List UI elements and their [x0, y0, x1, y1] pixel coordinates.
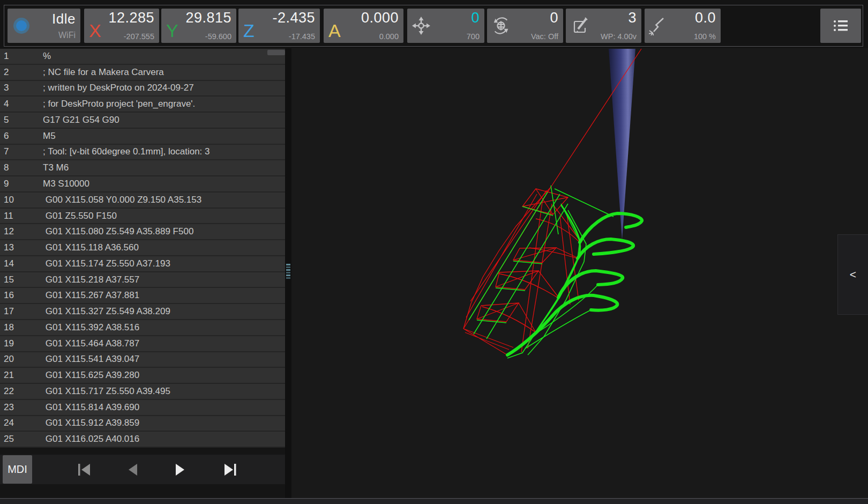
x-axis-value: 12.285	[108, 10, 154, 26]
gcode-line-text: G17 G21 G54 G90	[43, 115, 119, 125]
gcode-line-number: 11	[0, 211, 43, 221]
gcode-row[interactable]: 7; Tool: [v-bit 60degree 0.1mm], locatio…	[0, 145, 285, 161]
a-axis-letter: A	[328, 21, 341, 40]
gcode-row[interactable]: 14 G01 X115.174 Z5.550 A37.193	[0, 256, 285, 272]
right-panel-collapse-tab[interactable]: <	[837, 234, 868, 315]
gcode-line-text: M3 S10000	[43, 179, 89, 189]
mdi-button[interactable]: MDI	[3, 455, 32, 484]
transport-bar: MDI	[0, 455, 285, 484]
gcode-line-text: ; NC file for a Makera Carvera	[43, 67, 164, 78]
x-axis-dro[interactable]: X 12.285 -207.555	[84, 9, 159, 43]
gcode-line-text: ; for DeskProto project 'pen_engrave'.	[43, 99, 195, 109]
gcode-line-number: 6	[0, 131, 43, 142]
gcode-row[interactable]: 2; NC file for a Makera Carvera	[0, 65, 285, 81]
gcode-line-number: 25	[0, 434, 43, 444]
tool-cone	[609, 49, 635, 240]
gcode-scrollbar-thumb[interactable]	[267, 50, 285, 55]
status-toolbar: Idle WiFi X 12.285 -207.555 Y 29.815 -59…	[0, 0, 868, 48]
gcode-row[interactable]: 8T3 M6	[0, 160, 285, 176]
gcode-row[interactable]: 19 G01 X115.464 A38.787	[0, 336, 285, 352]
gcode-row[interactable]: 16 G01 X115.267 A37.881	[0, 288, 285, 304]
carvera-controller-app: Idle WiFi X 12.285 -207.555 Y 29.815 -59…	[0, 0, 868, 504]
gcode-line-text: G01 X115.717 Z5.550 A39.495	[43, 386, 170, 397]
jog-move-icon	[411, 16, 431, 35]
a-axis-dro[interactable]: A 0.000 0.000	[324, 9, 403, 43]
gcode-row[interactable]: 15 G01 X115.218 A37.557	[0, 272, 285, 288]
gcode-line-number: 10	[0, 195, 43, 205]
gcode-line-number: 4	[0, 99, 43, 109]
gcode-row[interactable]: 6M5	[0, 129, 285, 145]
gcode-line-text: %	[43, 51, 51, 62]
y-axis-machine-value: -59.600	[205, 32, 231, 41]
gcode-row[interactable]: 5G17 G21 G54 G90	[0, 113, 285, 129]
gcode-row[interactable]: 1%	[0, 49, 285, 65]
gcode-row[interactable]: 21 G01 X115.625 A39.280	[0, 368, 285, 384]
gcode-line-text: G01 X115.080 Z5.549 A35.889 F500	[43, 226, 193, 237]
gcode-line-number: 23	[0, 402, 43, 413]
spindle-value: 0	[550, 10, 558, 26]
tool-number-value: 3	[628, 10, 637, 26]
toolpath-3d-viewport[interactable]: <	[291, 48, 868, 498]
gcode-line-text: G01 X115.814 A39.690	[43, 402, 139, 413]
laser-icon	[649, 16, 668, 35]
gcode-row[interactable]: 24 G01 X115.912 A39.859	[0, 416, 285, 432]
connection-status-icon	[12, 16, 31, 35]
spindle-vacuum-box[interactable]: 0 Vac: Off	[487, 9, 563, 43]
gcode-row[interactable]: 12 G01 X115.080 Z5.549 A35.889 F500	[0, 224, 285, 240]
gcode-line-number: 8	[0, 162, 43, 173]
skip-to-end-button[interactable]	[219, 461, 241, 479]
spindle-vacuum-icon	[491, 16, 511, 35]
gcode-list: 1%2; NC file for a Makera Carvera3; writ…	[0, 49, 285, 448]
y-axis-dro[interactable]: Y 29.815 -59.600	[161, 9, 236, 43]
menu-list-icon	[829, 16, 852, 35]
gcode-row[interactable]: 25 G01 X116.025 A40.016	[0, 432, 285, 448]
main-menu-button[interactable]	[820, 9, 861, 43]
gcode-line-number: 16	[0, 290, 43, 301]
x-axis-machine-value: -207.555	[124, 32, 154, 41]
z-axis-machine-value: -17.435	[289, 32, 315, 41]
gcode-line-number: 19	[0, 338, 43, 349]
vacuum-status-label: Vac: Off	[531, 32, 558, 41]
gcode-line-text: G01 X115.392 A38.516	[43, 322, 139, 333]
gcode-row[interactable]: 4; for DeskProto project 'pen_engrave'.	[0, 97, 285, 113]
panel-splitter[interactable]	[285, 48, 291, 498]
splitter-grip-icon[interactable]	[286, 264, 290, 279]
gcode-line-number: 24	[0, 418, 43, 428]
gcode-row[interactable]: 17 G01 X115.327 Z5.549 A38.209	[0, 304, 285, 320]
gcode-row[interactable]: 13 G01 X115.118 A36.560	[0, 240, 285, 256]
gcode-row[interactable]: 9M3 S10000	[0, 176, 285, 192]
tool-probe-box[interactable]: 3 WP: 4.00v	[566, 9, 641, 43]
gcode-row[interactable]: 10 G00 X115.058 Y0.000 Z9.150 A35.153	[0, 192, 285, 209]
gcode-row[interactable]: 3; written by DeskProto on 2024-09-27	[0, 81, 285, 97]
skip-to-start-button[interactable]	[73, 461, 95, 479]
z-axis-dro[interactable]: Z -2.435 -17.435	[238, 9, 320, 43]
gcode-row[interactable]: 23 G01 X115.814 A39.690	[0, 400, 285, 416]
gcode-row[interactable]: 18 G01 X115.392 A38.516	[0, 320, 285, 336]
gcode-line-number: 7	[0, 146, 43, 157]
play-button[interactable]	[169, 461, 191, 479]
gcode-line-number: 14	[0, 258, 43, 269]
gcode-row[interactable]: 22 G01 X115.717 Z5.550 A39.495	[0, 384, 285, 400]
jog-feed-box[interactable]: 0 700	[407, 9, 484, 43]
laser-percent-label: 100 %	[694, 32, 716, 41]
gcode-row[interactable]: 11 G01 Z5.550 F150	[0, 209, 285, 225]
gcode-line-text: G01 X115.625 A39.280	[43, 370, 139, 381]
y-axis-letter: Y	[166, 21, 178, 40]
gcode-line-text: G01 X115.912 A39.859	[43, 418, 139, 428]
gcode-line-text: G01 Z5.550 F150	[43, 211, 117, 221]
gcode-line-number: 9	[0, 179, 43, 189]
laser-box[interactable]: 0.0 100 %	[645, 9, 721, 43]
mdi-button-label: MDI	[8, 463, 27, 476]
laser-power-value: 0.0	[695, 10, 716, 26]
gcode-line-text: G01 X116.025 A40.016	[43, 434, 139, 444]
gcode-line-number: 20	[0, 354, 43, 365]
machine-status-box[interactable]: Idle WiFi	[8, 9, 80, 43]
z-axis-value: -2.435	[272, 10, 315, 26]
gcode-row[interactable]: 20 G01 X115.541 A39.047	[0, 352, 285, 368]
gcode-line-number: 12	[0, 226, 43, 237]
gcode-line-text: T3 M6	[43, 162, 69, 173]
step-back-button[interactable]	[122, 461, 144, 479]
jog-sub-value: 700	[467, 32, 480, 41]
y-axis-value: 29.815	[185, 10, 231, 26]
machine-state-label: Idle	[52, 11, 76, 27]
